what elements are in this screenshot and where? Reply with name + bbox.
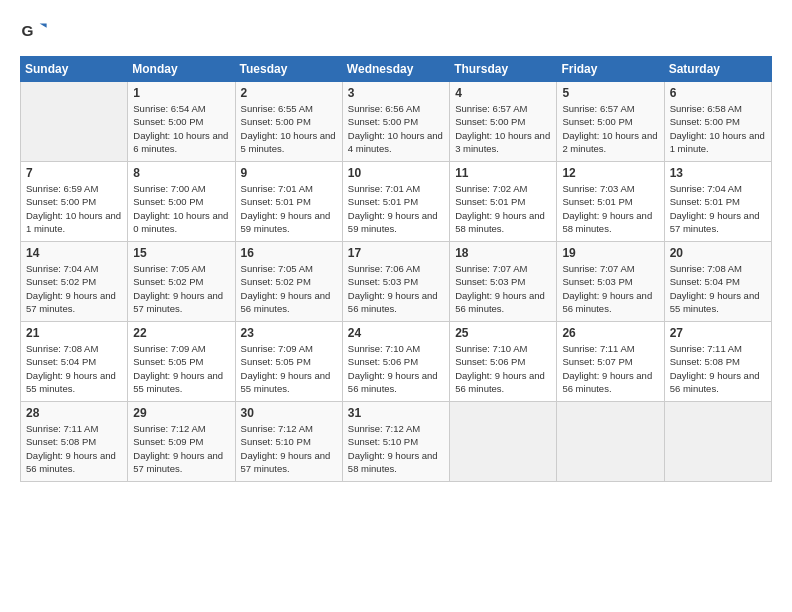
day-number: 5 — [562, 86, 658, 100]
svg-marker-1 — [40, 24, 47, 28]
day-number: 17 — [348, 246, 444, 260]
cell-info: Sunrise: 7:10 AMSunset: 5:06 PMDaylight:… — [455, 342, 551, 395]
calendar-cell: 12Sunrise: 7:03 AMSunset: 5:01 PMDayligh… — [557, 162, 664, 242]
day-number: 11 — [455, 166, 551, 180]
cell-info: Sunrise: 7:01 AMSunset: 5:01 PMDaylight:… — [348, 182, 444, 235]
calendar-cell: 16Sunrise: 7:05 AMSunset: 5:02 PMDayligh… — [235, 242, 342, 322]
calendar-cell: 4Sunrise: 6:57 AMSunset: 5:00 PMDaylight… — [450, 82, 557, 162]
cell-info: Sunrise: 7:11 AMSunset: 5:08 PMDaylight:… — [670, 342, 766, 395]
day-number: 13 — [670, 166, 766, 180]
day-number: 28 — [26, 406, 122, 420]
day-number: 21 — [26, 326, 122, 340]
cell-info: Sunrise: 7:11 AMSunset: 5:07 PMDaylight:… — [562, 342, 658, 395]
day-number: 31 — [348, 406, 444, 420]
cell-info: Sunrise: 7:06 AMSunset: 5:03 PMDaylight:… — [348, 262, 444, 315]
day-number: 10 — [348, 166, 444, 180]
calendar-cell: 9Sunrise: 7:01 AMSunset: 5:01 PMDaylight… — [235, 162, 342, 242]
day-number: 6 — [670, 86, 766, 100]
day-header-wednesday: Wednesday — [342, 57, 449, 82]
page: G SundayMondayTuesdayWednesdayThursdayFr… — [0, 0, 792, 612]
calendar-cell: 14Sunrise: 7:04 AMSunset: 5:02 PMDayligh… — [21, 242, 128, 322]
calendar-cell — [557, 402, 664, 482]
day-number: 24 — [348, 326, 444, 340]
calendar-cell — [664, 402, 771, 482]
calendar-cell: 7Sunrise: 6:59 AMSunset: 5:00 PMDaylight… — [21, 162, 128, 242]
cell-info: Sunrise: 7:04 AMSunset: 5:02 PMDaylight:… — [26, 262, 122, 315]
calendar-cell: 18Sunrise: 7:07 AMSunset: 5:03 PMDayligh… — [450, 242, 557, 322]
day-number: 18 — [455, 246, 551, 260]
logo: G — [20, 18, 52, 46]
day-number: 3 — [348, 86, 444, 100]
cell-info: Sunrise: 6:57 AMSunset: 5:00 PMDaylight:… — [455, 102, 551, 155]
calendar-cell — [450, 402, 557, 482]
cell-info: Sunrise: 7:04 AMSunset: 5:01 PMDaylight:… — [670, 182, 766, 235]
day-number: 20 — [670, 246, 766, 260]
day-number: 26 — [562, 326, 658, 340]
day-number: 15 — [133, 246, 229, 260]
cell-info: Sunrise: 6:55 AMSunset: 5:00 PMDaylight:… — [241, 102, 337, 155]
calendar-cell: 1Sunrise: 6:54 AMSunset: 5:00 PMDaylight… — [128, 82, 235, 162]
calendar-cell: 31Sunrise: 7:12 AMSunset: 5:10 PMDayligh… — [342, 402, 449, 482]
calendar-cell: 23Sunrise: 7:09 AMSunset: 5:05 PMDayligh… — [235, 322, 342, 402]
cell-info: Sunrise: 7:12 AMSunset: 5:10 PMDaylight:… — [241, 422, 337, 475]
day-number: 16 — [241, 246, 337, 260]
calendar-cell: 28Sunrise: 7:11 AMSunset: 5:08 PMDayligh… — [21, 402, 128, 482]
week-row-2: 7Sunrise: 6:59 AMSunset: 5:00 PMDaylight… — [21, 162, 772, 242]
calendar-cell: 19Sunrise: 7:07 AMSunset: 5:03 PMDayligh… — [557, 242, 664, 322]
week-row-1: 1Sunrise: 6:54 AMSunset: 5:00 PMDaylight… — [21, 82, 772, 162]
header-row: SundayMondayTuesdayWednesdayThursdayFrid… — [21, 57, 772, 82]
cell-info: Sunrise: 7:09 AMSunset: 5:05 PMDaylight:… — [133, 342, 229, 395]
calendar-table: SundayMondayTuesdayWednesdayThursdayFrid… — [20, 56, 772, 482]
calendar-cell: 11Sunrise: 7:02 AMSunset: 5:01 PMDayligh… — [450, 162, 557, 242]
day-header-saturday: Saturday — [664, 57, 771, 82]
cell-info: Sunrise: 7:05 AMSunset: 5:02 PMDaylight:… — [241, 262, 337, 315]
calendar-cell: 26Sunrise: 7:11 AMSunset: 5:07 PMDayligh… — [557, 322, 664, 402]
day-header-tuesday: Tuesday — [235, 57, 342, 82]
week-row-5: 28Sunrise: 7:11 AMSunset: 5:08 PMDayligh… — [21, 402, 772, 482]
cell-info: Sunrise: 6:58 AMSunset: 5:00 PMDaylight:… — [670, 102, 766, 155]
cell-info: Sunrise: 7:07 AMSunset: 5:03 PMDaylight:… — [455, 262, 551, 315]
day-header-friday: Friday — [557, 57, 664, 82]
calendar-cell: 30Sunrise: 7:12 AMSunset: 5:10 PMDayligh… — [235, 402, 342, 482]
calendar-cell: 22Sunrise: 7:09 AMSunset: 5:05 PMDayligh… — [128, 322, 235, 402]
cell-info: Sunrise: 7:09 AMSunset: 5:05 PMDaylight:… — [241, 342, 337, 395]
day-number: 9 — [241, 166, 337, 180]
day-number: 8 — [133, 166, 229, 180]
cell-info: Sunrise: 6:54 AMSunset: 5:00 PMDaylight:… — [133, 102, 229, 155]
calendar-cell: 24Sunrise: 7:10 AMSunset: 5:06 PMDayligh… — [342, 322, 449, 402]
calendar-cell: 2Sunrise: 6:55 AMSunset: 5:00 PMDaylight… — [235, 82, 342, 162]
cell-info: Sunrise: 7:01 AMSunset: 5:01 PMDaylight:… — [241, 182, 337, 235]
calendar-cell: 6Sunrise: 6:58 AMSunset: 5:00 PMDaylight… — [664, 82, 771, 162]
calendar-cell: 27Sunrise: 7:11 AMSunset: 5:08 PMDayligh… — [664, 322, 771, 402]
cell-info: Sunrise: 7:00 AMSunset: 5:00 PMDaylight:… — [133, 182, 229, 235]
header: G — [20, 18, 772, 46]
day-number: 4 — [455, 86, 551, 100]
day-number: 30 — [241, 406, 337, 420]
cell-info: Sunrise: 7:10 AMSunset: 5:06 PMDaylight:… — [348, 342, 444, 395]
calendar-cell: 29Sunrise: 7:12 AMSunset: 5:09 PMDayligh… — [128, 402, 235, 482]
cell-info: Sunrise: 7:07 AMSunset: 5:03 PMDaylight:… — [562, 262, 658, 315]
day-header-monday: Monday — [128, 57, 235, 82]
day-number: 29 — [133, 406, 229, 420]
calendar-cell: 8Sunrise: 7:00 AMSunset: 5:00 PMDaylight… — [128, 162, 235, 242]
day-number: 7 — [26, 166, 122, 180]
calendar-cell: 21Sunrise: 7:08 AMSunset: 5:04 PMDayligh… — [21, 322, 128, 402]
cell-info: Sunrise: 7:12 AMSunset: 5:09 PMDaylight:… — [133, 422, 229, 475]
week-row-4: 21Sunrise: 7:08 AMSunset: 5:04 PMDayligh… — [21, 322, 772, 402]
cell-info: Sunrise: 7:08 AMSunset: 5:04 PMDaylight:… — [670, 262, 766, 315]
day-number: 22 — [133, 326, 229, 340]
cell-info: Sunrise: 7:05 AMSunset: 5:02 PMDaylight:… — [133, 262, 229, 315]
day-number: 25 — [455, 326, 551, 340]
day-number: 12 — [562, 166, 658, 180]
week-row-3: 14Sunrise: 7:04 AMSunset: 5:02 PMDayligh… — [21, 242, 772, 322]
calendar-cell: 10Sunrise: 7:01 AMSunset: 5:01 PMDayligh… — [342, 162, 449, 242]
cell-info: Sunrise: 6:57 AMSunset: 5:00 PMDaylight:… — [562, 102, 658, 155]
logo-icon: G — [20, 18, 48, 46]
cell-info: Sunrise: 6:56 AMSunset: 5:00 PMDaylight:… — [348, 102, 444, 155]
day-number: 1 — [133, 86, 229, 100]
day-number: 27 — [670, 326, 766, 340]
calendar-cell — [21, 82, 128, 162]
day-number: 2 — [241, 86, 337, 100]
svg-text:G: G — [21, 22, 33, 39]
day-header-sunday: Sunday — [21, 57, 128, 82]
